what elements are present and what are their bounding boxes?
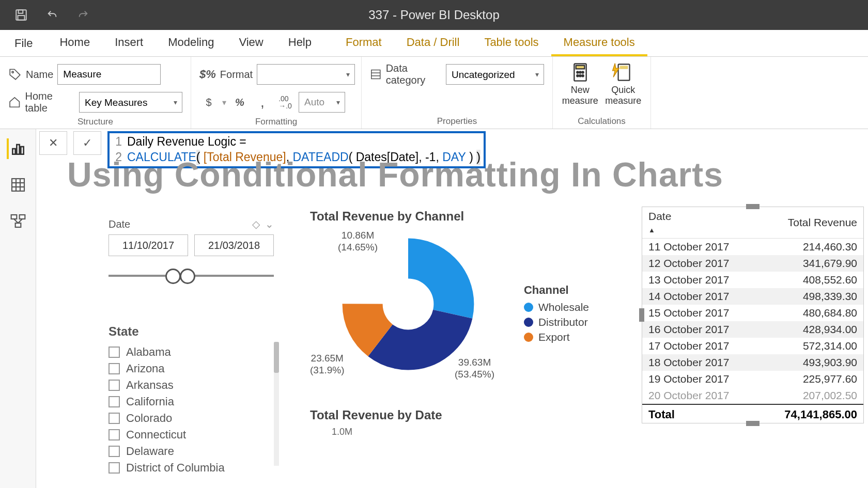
resize-handle-left[interactable] <box>639 308 644 322</box>
table-row[interactable]: 12 October 2017341,679.90 <box>642 255 863 272</box>
calculator-lightning-icon <box>612 61 634 84</box>
checkbox-icon[interactable] <box>109 363 120 374</box>
legend-item[interactable]: Wholesale <box>524 301 589 313</box>
svg-rect-25 <box>11 215 17 219</box>
state-slicer[interactable]: State AlabamaArizonaArkansasCaliforniaCo… <box>109 324 279 476</box>
checkbox-icon[interactable] <box>109 347 120 358</box>
checkbox-icon[interactable] <box>109 413 120 424</box>
file-menu[interactable]: File <box>0 30 47 56</box>
date-from-input[interactable]: 11/10/2017 <box>109 234 188 256</box>
eraser-icon[interactable]: ◇ <box>252 218 260 230</box>
formula-commit-button[interactable]: ✓ <box>73 131 101 155</box>
table-row[interactable]: 19 October 2017225,977.60 <box>642 371 863 387</box>
data-category-select[interactable]: Uncategorized <box>446 64 544 85</box>
auto-decimals-input[interactable] <box>299 92 345 113</box>
svg-rect-27 <box>15 223 21 227</box>
formula-cancel-button[interactable]: ✕ <box>39 131 67 155</box>
table-header-date[interactable]: Date▲ <box>642 207 760 239</box>
currency-button[interactable]: $ <box>199 93 218 112</box>
table-row[interactable]: 13 October 2017408,552.60 <box>642 272 863 288</box>
checkbox-icon[interactable] <box>109 462 120 474</box>
page-title: Using Conditional Formatting In Charts <box>67 155 723 194</box>
svg-rect-18 <box>17 145 19 154</box>
state-item[interactable]: California <box>109 393 279 410</box>
donut-label-distributor: 23.65M(31.9%) <box>310 353 345 376</box>
date-slicer[interactable]: Date ◇ ⌄ 11/10/2017 21/03/2018 <box>109 218 274 286</box>
group-properties-label: Properties <box>370 114 544 127</box>
tab-measure-tools[interactable]: Measure tools <box>551 30 647 56</box>
thousands-button[interactable]: , <box>253 93 272 112</box>
tab-insert[interactable]: Insert <box>102 30 156 56</box>
state-scrollbar[interactable] <box>274 342 279 466</box>
tab-data-drill[interactable]: Data / Drill <box>394 30 472 56</box>
quick-measure-button[interactable]: Quick measure <box>605 60 643 106</box>
table-row[interactable]: 17 October 2017572,314.00 <box>642 338 863 354</box>
checkbox-icon[interactable] <box>109 446 120 457</box>
calculator-icon <box>569 61 592 84</box>
svg-point-3 <box>12 71 13 73</box>
percent-button[interactable]: % <box>230 93 249 112</box>
svg-rect-4 <box>371 70 380 79</box>
state-item[interactable]: Colorado <box>109 410 279 427</box>
decimals-button[interactable]: .00→.0 <box>276 93 295 112</box>
tab-view[interactable]: View <box>226 30 275 56</box>
title-bar: 337 - Power BI Desktop <box>0 0 868 30</box>
date-range-slider[interactable] <box>109 265 274 286</box>
group-structure-label: Structure <box>8 115 182 127</box>
measure-name-input[interactable] <box>57 64 161 85</box>
svg-point-11 <box>582 71 583 73</box>
revenue-table[interactable]: Date▲ Total Revenue 11 October 2017214,4… <box>642 207 864 423</box>
tab-modeling[interactable]: Modeling <box>156 30 226 56</box>
table-row[interactable]: 16 October 2017428,934.00 <box>642 321 863 338</box>
new-measure-button[interactable]: New measure <box>561 60 599 106</box>
state-item[interactable]: District of Columbia <box>109 460 279 476</box>
state-item[interactable]: Arkansas <box>109 377 279 393</box>
donut-chart[interactable]: Total Revenue by Channel 10.86M(14.65%) … <box>310 209 584 407</box>
resize-handle-bottom[interactable] <box>746 421 760 426</box>
legend-item[interactable]: Export <box>524 331 589 343</box>
donut-label-wholesale: 39.63M(53.45%) <box>455 357 494 381</box>
redo-icon[interactable] <box>73 5 93 25</box>
date-to-input[interactable]: 21/03/2018 <box>194 234 274 256</box>
state-item[interactable]: Alabama <box>109 344 279 360</box>
svg-line-28 <box>14 219 18 223</box>
report-view-icon[interactable] <box>7 138 27 159</box>
group-formatting-label: Formatting <box>199 115 353 127</box>
state-item[interactable]: Delaware <box>109 443 279 460</box>
checkbox-icon[interactable] <box>109 396 120 407</box>
data-view-icon[interactable] <box>8 175 28 195</box>
table-row[interactable]: 14 October 2017498,339.30 <box>642 288 863 305</box>
report-canvas: ✕ ✓ 1Daily Revenue Logic = 2CALCULATE( [… <box>36 129 868 488</box>
chevron-down-icon[interactable]: ⌄ <box>265 218 274 230</box>
format-icon: $% <box>199 68 216 81</box>
checkbox-icon[interactable] <box>109 380 120 391</box>
home-table-select[interactable]: Key Measures <box>79 92 182 113</box>
state-item[interactable]: Arizona <box>109 360 279 377</box>
table-row[interactable]: 15 October 2017480,684.80 <box>642 305 863 321</box>
tab-table-tools[interactable]: Table tools <box>472 30 551 56</box>
svg-rect-16 <box>620 66 628 69</box>
table-header-revenue[interactable]: Total Revenue <box>760 207 863 239</box>
table-row[interactable]: 11 October 2017214,460.30 <box>642 239 863 256</box>
checkbox-icon[interactable] <box>109 429 120 440</box>
svg-rect-19 <box>21 147 23 154</box>
tab-home[interactable]: Home <box>47 30 102 56</box>
tab-help[interactable]: Help <box>276 30 324 56</box>
undo-icon[interactable] <box>42 5 62 25</box>
svg-point-10 <box>579 71 581 73</box>
group-calculations-label: Calculations <box>561 114 642 127</box>
table-row[interactable]: 18 October 2017493,903.90 <box>642 354 863 371</box>
window-title: 337 - Power BI Desktop <box>368 8 499 22</box>
model-view-icon[interactable] <box>8 211 28 231</box>
line-y-tick: 1.0M <box>332 427 352 437</box>
legend-item[interactable]: Distributor <box>524 316 589 328</box>
name-label: Name <box>26 69 53 81</box>
resize-handle-top[interactable] <box>746 204 760 209</box>
line-chart[interactable]: Total Revenue by Date 1.0M <box>310 408 553 431</box>
format-select[interactable] <box>257 64 355 85</box>
state-item[interactable]: Connecticut <box>109 427 279 443</box>
save-icon[interactable] <box>11 5 31 25</box>
tab-format[interactable]: Format <box>333 30 394 56</box>
table-row[interactable]: 20 October 2017207,002.50 <box>642 387 863 404</box>
view-rail <box>0 129 36 488</box>
